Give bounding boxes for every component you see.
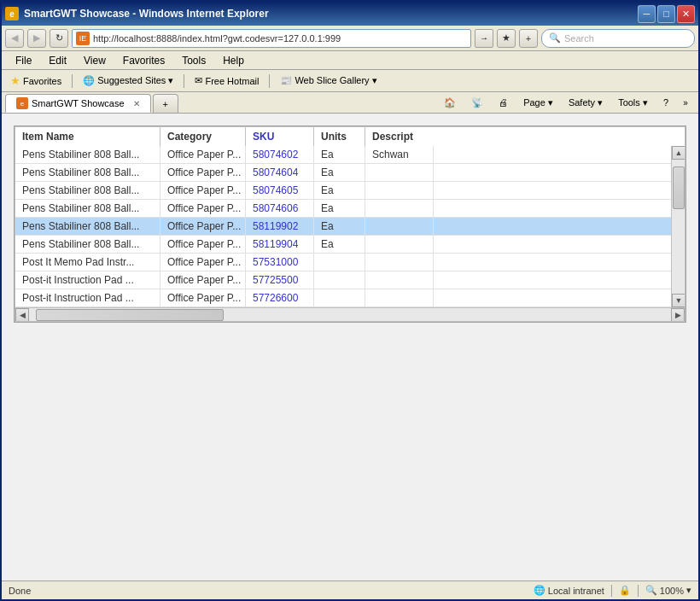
- col-header-category[interactable]: Category: [160, 127, 246, 146]
- grid-cell-description: [365, 254, 434, 271]
- grid-cell-units: Ea: [314, 200, 365, 217]
- content-area: Item Name Category SKU Units Descript Pe…: [14, 125, 686, 323]
- suggested-sites[interactable]: 🌐 Suggested Sites ▾: [79, 73, 177, 88]
- fav-divider-3: [269, 74, 270, 88]
- grid-cell-itemName: Post-it Instruction Pad ...: [15, 271, 160, 289]
- scroll-down-button[interactable]: ▼: [672, 294, 685, 307]
- table-row[interactable]: Pens Stabiliner 808 Ball...Office Paper …: [15, 164, 671, 182]
- col-header-item-name[interactable]: Item Name: [15, 127, 160, 146]
- grid-cell-units: [314, 289, 365, 306]
- title-bar: e SmartGWT Showcase - Windows Internet E…: [2, 2, 698, 26]
- feeds-button[interactable]: 📡: [465, 95, 489, 111]
- browser-toolbar: 🏠 📡 🖨 Page ▾ Safety ▾ Tools ▾ ? »: [433, 92, 698, 113]
- grid-cell-units: Ea: [314, 146, 365, 163]
- table-row[interactable]: Pens Stabiliner 808 Ball...Office Paper …: [15, 236, 671, 254]
- safety-button[interactable]: Safety ▾: [563, 95, 609, 111]
- grid-cell-itemName: Pens Stabiliner 808 Ball...: [15, 200, 160, 217]
- grid-cell-sku: 58074605: [246, 182, 314, 199]
- help-button[interactable]: ?: [657, 95, 674, 110]
- grid-cell-category: Office Paper P...: [160, 289, 246, 306]
- grid-cell-units: [314, 254, 365, 271]
- zoom-text: 100%: [660, 586, 684, 596]
- scroll-right-button[interactable]: ▶: [671, 308, 685, 322]
- web-slice-gallery[interactable]: 📰 Web Slice Gallery ▾: [277, 73, 380, 88]
- add-tab-button[interactable]: +: [519, 29, 538, 48]
- table-row[interactable]: Pens Stabiliner 808 Ball...Office Paper …: [15, 200, 671, 218]
- grid-header: Item Name Category SKU Units Descript: [15, 127, 685, 146]
- menu-view[interactable]: View: [77, 53, 113, 68]
- close-button[interactable]: ✕: [677, 5, 695, 23]
- grid-cell-units: Ea: [314, 218, 365, 235]
- web-slice-label: Web Slice Gallery ▾: [295, 75, 376, 86]
- new-tab-button[interactable]: +: [153, 94, 178, 113]
- minimize-button[interactable]: ─: [638, 5, 656, 23]
- favorites-bar: ★ Favorites 🌐 Suggested Sites ▾ ✉ Free H…: [2, 70, 698, 92]
- col-header-sku[interactable]: SKU: [246, 127, 314, 146]
- table-row[interactable]: Pens Stabiliner 808 Ball...Office Paper …: [15, 182, 671, 200]
- back-button[interactable]: ◀: [5, 29, 24, 48]
- grid-cell-units: Ea: [314, 182, 365, 199]
- col-header-units[interactable]: Units: [314, 127, 365, 146]
- active-tab[interactable]: e SmartGWT Showcase ✕: [5, 94, 151, 113]
- window-title: SmartGWT Showcase - Windows Internet Exp…: [24, 8, 269, 20]
- status-right: 🌐 Local intranet 🔒 🔍 100% ▾: [534, 585, 691, 597]
- table-row[interactable]: Pens Stabiliner 808 Ball...Office Paper …: [15, 146, 671, 164]
- title-bar-left: e SmartGWT Showcase - Windows Internet E…: [5, 7, 269, 20]
- grid-cell-category: Office Paper P...: [160, 200, 246, 217]
- print-button[interactable]: 🖨: [493, 95, 514, 110]
- favorites-button[interactable]: ★: [497, 29, 516, 48]
- search-icon: 🔍: [549, 32, 561, 44]
- grid-cell-description: [365, 236, 434, 253]
- grid-cell-description: Schwan: [365, 146, 434, 163]
- search-box[interactable]: 🔍 Search: [541, 29, 695, 48]
- go-button[interactable]: →: [475, 29, 493, 48]
- grid-cell-itemName: Pens Stabiliner 808 Ball...: [15, 146, 160, 163]
- grid-cell-units: Ea: [314, 164, 365, 181]
- menu-favorites[interactable]: Favorites: [116, 53, 172, 68]
- tab-close-icon[interactable]: ✕: [133, 99, 140, 108]
- home-button[interactable]: 🏠: [438, 95, 462, 111]
- table-row[interactable]: Post-it Instruction Pad ...Office Paper …: [15, 289, 671, 307]
- menu-help[interactable]: Help: [216, 53, 251, 68]
- grid-cell-sku: 58074604: [246, 164, 314, 181]
- scroll-track-y[interactable]: [672, 160, 685, 294]
- forward-button[interactable]: ▶: [27, 29, 46, 48]
- expand-button[interactable]: »: [678, 95, 693, 110]
- free-hotmail[interactable]: ✉ Free Hotmail: [191, 73, 262, 88]
- tab-icon: e: [16, 97, 28, 109]
- grid-cell-itemName: Post It Memo Pad Instr...: [15, 254, 160, 271]
- table-row[interactable]: Post-it Instruction Pad ...Office Paper …: [15, 271, 671, 289]
- vertical-scrollbar[interactable]: ▲ ▼: [671, 146, 685, 307]
- title-bar-buttons: ─ □ ✕: [638, 5, 695, 23]
- web-slice-icon: 📰: [280, 75, 292, 86]
- address-bar-area: ◀ ▶ ↻ IE http://localhost:8888/index.htm…: [2, 26, 698, 51]
- table-row[interactable]: Pens Stabiliner 808 Ball...Office Paper …: [15, 218, 671, 236]
- zoom-control[interactable]: 🔍 100% ▾: [645, 585, 691, 596]
- refresh-button[interactable]: ↻: [50, 29, 68, 48]
- grid-cell-category: Office Paper P...: [160, 164, 246, 181]
- menu-tools[interactable]: Tools: [175, 53, 213, 68]
- maximize-button[interactable]: □: [657, 5, 675, 23]
- page-button[interactable]: Page ▾: [517, 95, 559, 111]
- status-divider: [611, 585, 612, 597]
- scroll-left-button[interactable]: ◀: [15, 308, 29, 322]
- grid-cell-category: Office Paper P...: [160, 182, 246, 199]
- horizontal-scrollbar[interactable]: ◀ ▶: [15, 307, 685, 321]
- grid-cell-category: Office Paper P...: [160, 218, 246, 235]
- hotmail-label: Free Hotmail: [205, 76, 259, 86]
- tools-button[interactable]: Tools ▾: [612, 95, 654, 111]
- scroll-up-button[interactable]: ▲: [672, 146, 685, 160]
- favorites-label: Favorites: [23, 76, 61, 86]
- scroll-thumb-x[interactable]: [36, 309, 224, 321]
- menu-file[interactable]: File: [9, 53, 38, 68]
- scroll-thumb-y[interactable]: [673, 166, 685, 209]
- col-header-descript[interactable]: Descript: [365, 127, 434, 146]
- menu-edit[interactable]: Edit: [42, 53, 73, 68]
- main-content: Item Name Category SKU Units Descript Pe…: [2, 114, 698, 581]
- address-field[interactable]: IE http://localhost:8888/index.html?gwt.…: [72, 29, 471, 48]
- grid-cell-category: Office Paper P...: [160, 254, 246, 271]
- grid-cell-description: [365, 218, 434, 235]
- scroll-track-x[interactable]: [29, 308, 671, 321]
- table-row[interactable]: Post It Memo Pad Instr...Office Paper P.…: [15, 254, 671, 271]
- favorites-button-bar[interactable]: ★ Favorites: [7, 73, 65, 89]
